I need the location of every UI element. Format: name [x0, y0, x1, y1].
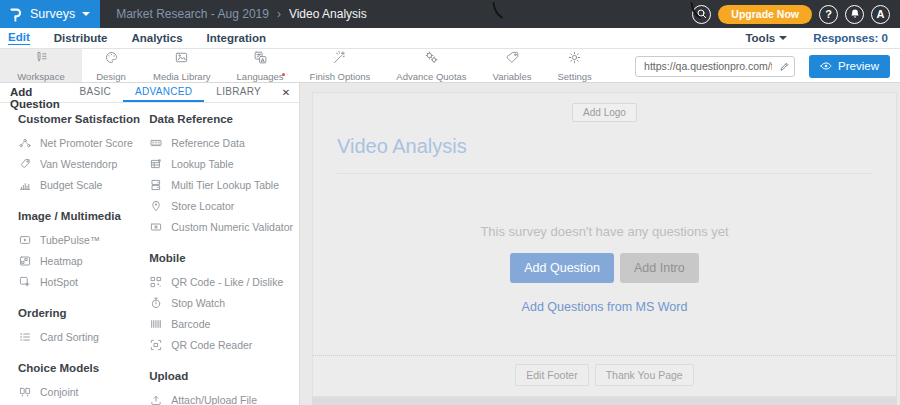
survey-title[interactable]: Video Analysis	[337, 135, 872, 158]
question-type-reference-data[interactable]: Reference Data	[149, 132, 293, 153]
section-title: Image / Multimedia	[18, 210, 149, 222]
qr-code-icon	[149, 276, 162, 288]
product-label: Surveys	[30, 7, 75, 21]
question-type-custom-numeric-validator[interactable]: Custom Numeric Validator	[149, 216, 293, 237]
map-pin-icon	[149, 200, 162, 212]
product-switcher[interactable]: Surveys	[0, 0, 100, 28]
menu-item-analytics[interactable]: Analytics	[131, 32, 182, 45]
design-palette-icon	[104, 50, 119, 69]
survey-card: Add Logo Video Analysis This survey does…	[312, 92, 897, 397]
question-type-net-promoter-score[interactable]: Net Promoter Score	[18, 132, 149, 153]
preview-button[interactable]: Preview	[809, 55, 890, 78]
bar-scale-icon	[18, 179, 31, 191]
responses-count[interactable]: Responses: 0	[813, 32, 888, 44]
section-title: Mobile	[149, 252, 293, 264]
heatmap-icon	[18, 255, 31, 267]
menu-item-edit[interactable]: Edit	[8, 31, 30, 45]
eye-icon	[820, 60, 832, 72]
breadcrumb: Market Research - Aug 2019 › Video Analy…	[116, 7, 367, 21]
questionpro-logo-icon	[9, 7, 23, 22]
barcode-icon	[149, 318, 162, 330]
toolbar-item-settings[interactable]: Settings	[544, 49, 604, 82]
toolbar-item-finish-options[interactable]: Finish Options	[297, 49, 384, 82]
toolbar-item-media-library[interactable]: Media Library	[140, 49, 224, 82]
menu-item-distribute[interactable]: Distribute	[54, 32, 108, 45]
empty-state: This survey doesn't have any questions y…	[313, 174, 896, 315]
panel-body: Customer Satisfaction Net Promoter Score…	[0, 103, 299, 405]
qr-reader-icon	[149, 339, 162, 351]
question-type-stop-watch[interactable]: Stop Watch	[149, 292, 293, 313]
price-tag-icon	[18, 158, 31, 170]
toolbar-item-advance-quotas[interactable]: Advance Quotas	[383, 49, 479, 82]
menu-bar: Edit Distribute Analytics Integration To…	[0, 28, 900, 49]
horizontal-scrollbar-track[interactable]	[312, 397, 897, 405]
breadcrumb-current: Video Analysis	[289, 7, 367, 21]
survey-toolbar: Workspace Design Media Library Languages…	[0, 49, 900, 83]
nps-gauge-icon	[18, 137, 31, 149]
section-title: Choice Models	[18, 362, 149, 374]
toolbar-item-design[interactable]: Design	[82, 49, 140, 82]
question-type-card-sorting[interactable]: Card Sorting	[18, 326, 149, 347]
question-type-attach-upload-file[interactable]: Attach/Upload File	[149, 389, 293, 405]
panel-title: Add Question	[0, 83, 68, 102]
tools-dropdown[interactable]: Tools	[745, 32, 787, 44]
card-sorting-icon	[18, 331, 31, 343]
question-type-qr-like-dislike[interactable]: QR Code - Like / Dislike	[149, 271, 293, 292]
upload-file-icon	[149, 394, 162, 405]
question-type-budget-scale[interactable]: Budget Scale	[18, 174, 149, 195]
numeric-validator-icon	[149, 221, 162, 233]
add-logo-button[interactable]: Add Logo	[572, 103, 637, 122]
variables-tag-icon	[505, 50, 520, 69]
top-bar: Surveys Market Research - Aug 2019 › Vid…	[0, 0, 900, 28]
tab-advanced[interactable]: ADVANCED	[123, 83, 204, 102]
section-title: Upload	[149, 370, 293, 382]
edit-url-pencil-icon[interactable]	[779, 61, 790, 72]
tab-library[interactable]: LIBRARY	[204, 83, 273, 102]
section-title: Ordering	[18, 307, 149, 319]
avatar[interactable]: A	[871, 5, 890, 24]
finish-options-wand-icon	[332, 50, 347, 69]
thank-you-page-button[interactable]: Thank You Page	[595, 364, 694, 386]
edit-footer-button[interactable]: Edit Footer	[515, 364, 588, 386]
close-icon[interactable]: ✕	[273, 83, 299, 102]
question-type-heatmap[interactable]: Heatmap	[18, 250, 149, 271]
video-icon	[18, 234, 31, 246]
toolbar-item-variables[interactable]: Variables	[480, 49, 545, 82]
tab-basic[interactable]: BASIC	[68, 83, 124, 102]
question-type-conjoint[interactable]: Conjoint	[18, 381, 149, 402]
chevron-down-icon	[779, 36, 787, 40]
content-area: Add Question BASIC ADVANCED LIBRARY ✕ Cu…	[0, 83, 900, 405]
breadcrumb-parent[interactable]: Market Research - Aug 2019	[116, 7, 269, 21]
add-question-button[interactable]: Add Question	[510, 253, 614, 283]
add-intro-button[interactable]: Add Intro	[620, 253, 699, 283]
add-question-panel: Add Question BASIC ADVANCED LIBRARY ✕ Cu…	[0, 83, 300, 405]
screen-artifact-curve	[492, 2, 504, 20]
survey-canvas: Add Logo Video Analysis This survey does…	[300, 83, 900, 405]
question-type-multi-tier-lookup-table[interactable]: Multi Tier Lookup Table	[149, 174, 293, 195]
question-type-tubepulse[interactable]: TubePulse™	[18, 229, 149, 250]
notifications-bell-icon[interactable]	[845, 5, 864, 24]
toolbar-item-workspace[interactable]: Workspace	[0, 49, 82, 82]
question-type-store-locator[interactable]: Store Locator	[149, 195, 293, 216]
panel-header: Add Question BASIC ADVANCED LIBRARY ✕	[0, 83, 299, 103]
chevron-down-icon	[82, 12, 90, 16]
help-icon[interactable]: ?	[819, 5, 838, 24]
toolbar-item-languages[interactable]: Languages	[224, 49, 297, 82]
add-questions-msword-link[interactable]: Add Questions from MS Word	[522, 300, 688, 314]
question-type-qr-code-reader[interactable]: QR Code Reader	[149, 334, 293, 355]
upgrade-now-button[interactable]: Upgrade Now	[718, 5, 812, 24]
empty-message: This survey doesn't have any questions y…	[313, 224, 896, 239]
question-type-van-westendorp[interactable]: Van Westendorp	[18, 153, 149, 174]
advance-quotas-icon	[424, 50, 439, 69]
stopwatch-icon	[149, 297, 162, 309]
question-type-hotspot[interactable]: HotSpot	[18, 271, 149, 292]
question-type-lookup-table[interactable]: Lookup Table	[149, 153, 293, 174]
menu-item-integration[interactable]: Integration	[207, 32, 266, 45]
survey-url-input[interactable]	[635, 56, 795, 77]
search-icon[interactable]	[692, 5, 711, 24]
question-type-barcode[interactable]: Barcode	[149, 313, 293, 334]
languages-icon	[253, 50, 268, 69]
conjoint-icon	[18, 386, 31, 398]
reference-data-icon	[149, 137, 162, 149]
section-title: Customer Satisfaction	[18, 113, 149, 125]
